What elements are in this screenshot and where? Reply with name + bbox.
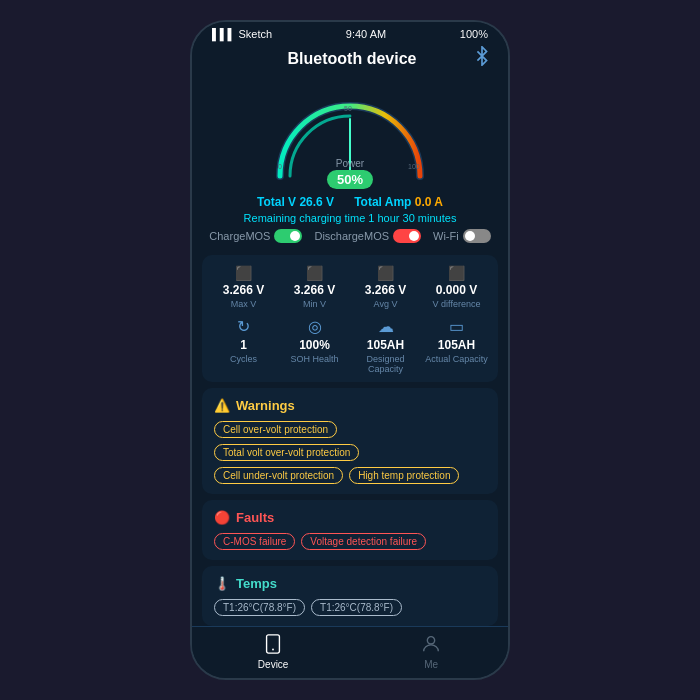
v-diff-cell: ⬛ 0.000 V V difference: [423, 265, 490, 309]
charge-mos-label: ChargeMOS: [209, 230, 270, 242]
soh-icon: ◎: [308, 317, 322, 336]
warning-icon: ⚠️: [214, 398, 230, 413]
battery-indicator: 100%: [460, 28, 488, 40]
gauge-power-label: Power: [336, 158, 364, 169]
capacity-stats-grid: ↻ 1 Cycles ◎ 100% SOH Health ☁ 105AH Des…: [210, 317, 490, 374]
designed-cap-cell: ☁ 105AH Designed Capacity: [352, 317, 419, 374]
temps-title: 🌡️ Temps: [214, 576, 486, 591]
status-time: 9:40 AM: [346, 28, 386, 40]
total-amp: Total Amp 0.0 A: [354, 195, 443, 209]
charge-mos-toggle[interactable]: [274, 229, 302, 243]
actual-cap-value: 105AH: [438, 338, 475, 352]
min-v-icon: ⬛: [306, 265, 323, 281]
max-v-cell: ⬛ 3.266 V Max V: [210, 265, 277, 309]
cycles-label: Cycles: [230, 354, 257, 364]
discharge-mos-group[interactable]: DischargeMOS: [314, 229, 421, 243]
svg-text:0: 0: [278, 163, 282, 170]
designed-cap-value: 105AH: [367, 338, 404, 352]
charging-time: Remaining charging time 1 hour 30 minute…: [244, 212, 457, 224]
app-header: Bluetooth device: [192, 42, 508, 77]
cycles-icon: ↻: [237, 317, 250, 336]
warnings-card: ⚠️ Warnings Cell over-volt protection To…: [202, 388, 498, 494]
actual-cap-cell: ▭ 105AH Actual Capacity: [423, 317, 490, 374]
voltage-stats-grid: ⬛ 3.266 V Max V ⬛ 3.266 V Min V ⬛ 3.266 …: [210, 265, 490, 309]
charge-mos-group[interactable]: ChargeMOS: [209, 229, 302, 243]
gauge-percent: 50%: [327, 170, 373, 189]
v-diff-icon: ⬛: [448, 265, 465, 281]
warning-tag-1: Total volt over-volt protection: [214, 444, 359, 461]
toggles-row: ChargeMOS DischargeMOS Wi-Fi: [209, 229, 490, 243]
total-voltage: Total V 26.6 V: [257, 195, 334, 209]
fault-tag-0: C-MOS failure: [214, 533, 295, 550]
avg-v-cell: ⬛ 3.266 V Avg V: [352, 265, 419, 309]
designed-cap-icon: ☁: [378, 317, 394, 336]
tab-me[interactable]: Me: [420, 633, 442, 670]
fault-tag-1: Voltage detection failure: [301, 533, 426, 550]
tab-bar: Device Me: [192, 626, 508, 678]
wifi-label: Wi-Fi: [433, 230, 459, 242]
temps-icon: 🌡️: [214, 576, 230, 591]
main-content: 0 100 50 Power 50% Total V 26.6 V Total …: [192, 77, 508, 626]
page-title: Bluetooth device: [232, 50, 472, 68]
actual-cap-label: Actual Capacity: [425, 354, 488, 364]
cycles-cell: ↻ 1 Cycles: [210, 317, 277, 374]
min-v-value: 3.266 V: [294, 283, 335, 297]
v-diff-label: V difference: [433, 299, 481, 309]
device-tab-label: Device: [258, 659, 289, 670]
svg-rect-6: [267, 635, 280, 653]
svg-text:50: 50: [344, 105, 352, 112]
me-tab-icon: [420, 633, 442, 657]
faults-card: 🔴 Faults C-MOS failure Voltage detection…: [202, 500, 498, 560]
temps-card: 🌡️ Temps T1:26°C(78.8°F) T1:26°C(78.8°F): [202, 566, 498, 626]
wifi-group[interactable]: Wi-Fi: [433, 229, 491, 243]
temp-tag-0: T1:26°C(78.8°F): [214, 599, 305, 616]
min-v-cell: ⬛ 3.266 V Min V: [281, 265, 348, 309]
discharge-mos-label: DischargeMOS: [314, 230, 389, 242]
wifi-toggle[interactable]: [463, 229, 491, 243]
power-gauge: 0 100 50 Power 50%: [260, 81, 440, 191]
voltage-amp-row: Total V 26.6 V Total Amp 0.0 A: [257, 195, 443, 209]
actual-cap-icon: ▭: [449, 317, 464, 336]
faults-tags: C-MOS failure Voltage detection failure: [214, 533, 486, 550]
warning-tag-3: High temp protection: [349, 467, 459, 484]
tab-device[interactable]: Device: [258, 633, 289, 670]
gauge-section: 0 100 50 Power 50% Total V 26.6 V Total …: [192, 77, 508, 249]
temp-tag-1: T1:26°C(78.8°F): [311, 599, 402, 616]
avg-v-label: Avg V: [374, 299, 398, 309]
bluetooth-icon[interactable]: [472, 46, 492, 71]
discharge-mos-toggle[interactable]: [393, 229, 421, 243]
warning-tag-0: Cell over-volt protection: [214, 421, 337, 438]
svg-text:100: 100: [408, 163, 420, 170]
signal-carrier: ▌▌▌ Sketch: [212, 28, 272, 40]
min-v-label: Min V: [303, 299, 326, 309]
warnings-title: ⚠️ Warnings: [214, 398, 486, 413]
faults-title: 🔴 Faults: [214, 510, 486, 525]
soh-label: SOH Health: [290, 354, 338, 364]
soh-value: 100%: [299, 338, 330, 352]
svg-point-8: [427, 637, 434, 644]
avg-v-value: 3.266 V: [365, 283, 406, 297]
designed-cap-label: Designed Capacity: [352, 354, 419, 374]
temps-tags: T1:26°C(78.8°F) T1:26°C(78.8°F): [214, 599, 486, 616]
v-diff-value: 0.000 V: [436, 283, 477, 297]
warnings-tags: Cell over-volt protection Total volt ove…: [214, 421, 486, 484]
device-tab-icon: [262, 633, 284, 657]
cycles-value: 1: [240, 338, 247, 352]
me-tab-label: Me: [424, 659, 438, 670]
max-v-icon: ⬛: [235, 265, 252, 281]
fault-icon: 🔴: [214, 510, 230, 525]
status-bar: ▌▌▌ Sketch 9:40 AM 100%: [192, 22, 508, 42]
max-v-label: Max V: [231, 299, 257, 309]
soh-cell: ◎ 100% SOH Health: [281, 317, 348, 374]
max-v-value: 3.266 V: [223, 283, 264, 297]
warning-tag-2: Cell under-volt protection: [214, 467, 343, 484]
avg-v-icon: ⬛: [377, 265, 394, 281]
stats-card: ⬛ 3.266 V Max V ⬛ 3.266 V Min V ⬛ 3.266 …: [202, 255, 498, 382]
